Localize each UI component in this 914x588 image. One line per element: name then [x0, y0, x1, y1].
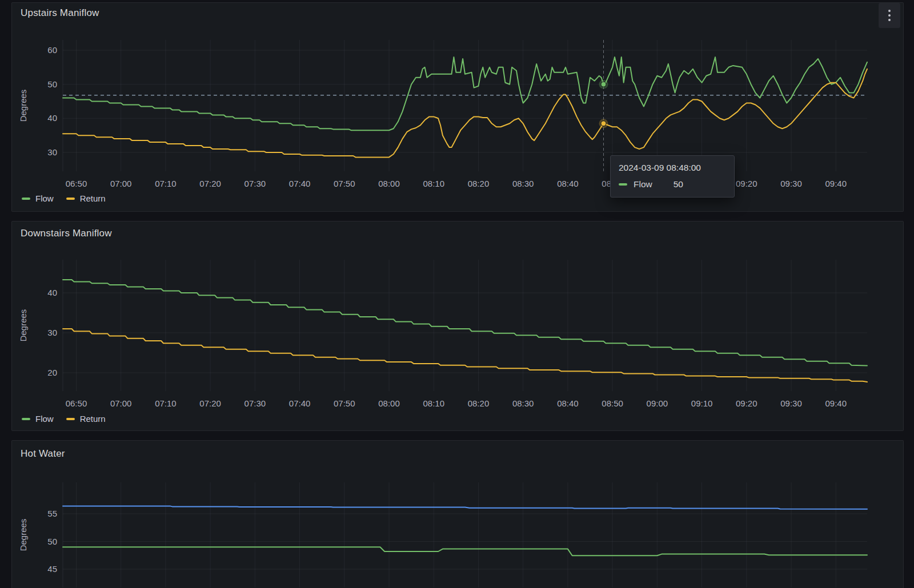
return-series-chip	[66, 418, 75, 420]
kebab-vertical-icon	[888, 10, 891, 21]
flow-series-chip	[22, 198, 30, 200]
panel-downstairs-maniflow	[11, 221, 904, 431]
legend-item-return[interactable]: Return	[66, 414, 106, 424]
panel-title-downstairs-maniflow[interactable]: Downstairs Maniflow	[21, 228, 112, 239]
chart-tooltip: 2024-03-09 08:48:00 Flow 50	[610, 155, 735, 198]
tooltip-timestamp: 2024-03-09 08:48:00	[619, 163, 725, 173]
panel-upstairs-maniflow	[11, 2, 904, 212]
flow-series-chip	[22, 418, 30, 420]
panel-title-hot-water[interactable]: Hot Water	[21, 448, 65, 460]
tooltip-series-value: 50	[674, 179, 683, 190]
legend-upstairs: Flow Return	[22, 194, 106, 203]
legend-downstairs: Flow Return	[22, 414, 106, 424]
legend-label: Return	[80, 194, 106, 203]
tooltip-series-name: Flow	[634, 179, 652, 190]
panel-menu-button[interactable]	[879, 3, 900, 28]
legend-label: Return	[80, 414, 106, 424]
legend-label: Flow	[35, 194, 54, 203]
grafana-dashboard: { "page": { "background": "#111217", "pa…	[0, 0, 914, 588]
legend-item-return[interactable]: Return	[66, 194, 106, 203]
legend-item-flow[interactable]: Flow	[22, 414, 54, 424]
return-series-chip	[66, 198, 75, 200]
panel-hot-water	[11, 440, 904, 588]
legend-label: Flow	[35, 414, 54, 424]
panel-title-upstairs-maniflow[interactable]: Upstairs Maniflow	[21, 7, 99, 19]
flow-series-chip	[619, 183, 627, 186]
tooltip-series-row: Flow 50	[619, 179, 725, 190]
legend-item-flow[interactable]: Flow	[22, 194, 54, 203]
